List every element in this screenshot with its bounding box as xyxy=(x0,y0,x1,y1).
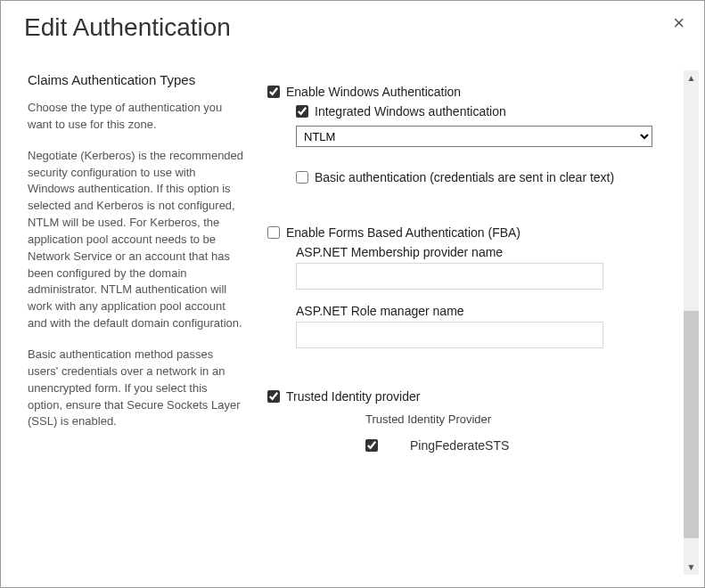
enable-windows-checkbox[interactable] xyxy=(267,86,280,98)
trusted-label: Trusted Identity provider xyxy=(286,389,420,404)
trusted-row: Trusted Identity provider xyxy=(267,389,693,404)
auth-method-select[interactable]: NTLM xyxy=(296,126,652,147)
integrated-checkbox[interactable] xyxy=(296,105,308,118)
close-icon[interactable]: × xyxy=(673,13,685,33)
basic-checkbox[interactable] xyxy=(296,171,308,184)
dialog-title: Edit Authentication xyxy=(24,13,681,42)
left-panel: Claims Authentication Types Choose the t… xyxy=(28,58,255,568)
role-label: ASP.NET Role manager name xyxy=(296,304,693,318)
enable-fba-row: Enable Forms Based Authentication (FBA) xyxy=(267,225,693,240)
pingfed-checkbox[interactable] xyxy=(365,439,378,452)
help-text-zone: Choose the type of authentication you wa… xyxy=(28,100,244,134)
enable-windows-row: Enable Windows Authentication xyxy=(267,85,693,99)
basic-label: Basic authentication (credentials are se… xyxy=(315,170,614,184)
basic-row: Basic authentication (credentials are se… xyxy=(296,170,693,184)
pingfed-row: PingFederateSTS xyxy=(365,438,693,453)
trusted-checkbox[interactable] xyxy=(267,390,280,403)
scrollbar[interactable]: ▲ ▼ xyxy=(684,70,699,575)
enable-fba-checkbox[interactable] xyxy=(267,226,280,239)
membership-input[interactable] xyxy=(296,263,603,290)
right-panel: Enable Windows Authentication Integrated… xyxy=(255,58,697,568)
dialog-header: Edit Authentication xyxy=(1,1,704,47)
enable-fba-label: Enable Forms Based Authentication (FBA) xyxy=(286,225,521,240)
trusted-subheader: Trusted Identity Provider xyxy=(365,412,693,426)
scroll-up-icon[interactable]: ▲ xyxy=(684,70,699,86)
scroll-down-icon[interactable]: ▼ xyxy=(684,559,699,575)
integrated-label: Integrated Windows authentication xyxy=(315,104,506,118)
help-text-kerberos: Negotiate (Kerberos) is the recommended … xyxy=(28,148,244,332)
section-heading: Claims Authentication Types xyxy=(28,72,244,87)
help-text-basic: Basic authentication method passes users… xyxy=(28,347,244,430)
membership-label: ASP.NET Membership provider name xyxy=(296,245,693,259)
dialog-body: Claims Authentication Types Choose the t… xyxy=(1,47,704,578)
role-input[interactable] xyxy=(296,322,603,348)
dialog: Edit Authentication × Claims Authenticat… xyxy=(0,0,705,588)
scroll-thumb[interactable] xyxy=(684,311,699,538)
pingfed-label: PingFederateSTS xyxy=(410,438,509,453)
integrated-row: Integrated Windows authentication xyxy=(296,104,693,118)
enable-windows-label: Enable Windows Authentication xyxy=(286,85,461,99)
